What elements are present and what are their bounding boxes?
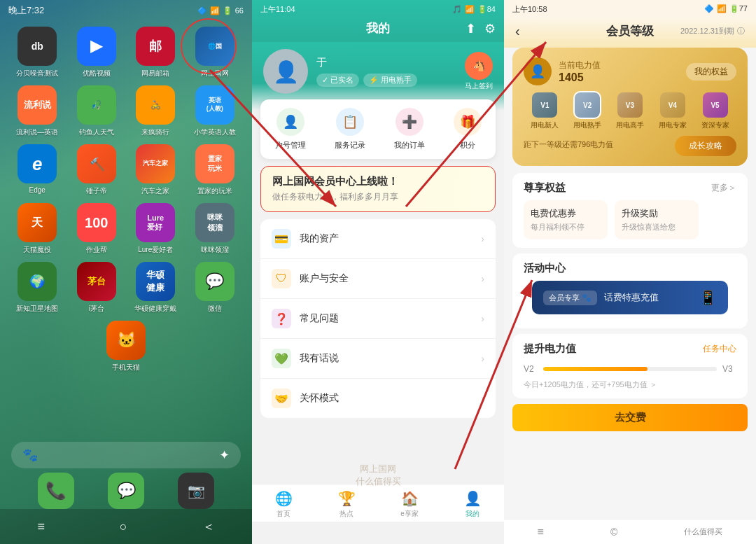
app-label-liulishuo: 流利说—英语 (16, 127, 58, 137)
s2-nav-account[interactable]: 👤 户号管理 (275, 108, 306, 151)
app-item-db[interactable]: db 分贝噪音测试 (11, 27, 64, 78)
s3-task-center-link[interactable]: 任务中心 (703, 343, 736, 355)
s3-membership-card: 👤 当前电力值 1405 我的权益 V1 用电新人 V2 用电熟手 V3 (512, 48, 748, 166)
s2-bot-home[interactable]: 🌐 首页 (252, 484, 315, 522)
s2-menu-care[interactable]: 🤝 关怀模式 › (260, 379, 496, 418)
nav-back-btn[interactable]: ＜ (202, 518, 215, 535)
s2-banner[interactable]: 网上国网会员中心上线啦！ 做任务获电力值，福利多多月月享 (260, 166, 496, 212)
s2-titlebar: 我的 ⬆ ⚙ (252, 18, 504, 42)
s3-pay-btn[interactable]: 去交费 (512, 404, 748, 431)
s3-header: ‹ 会员等级 2022.12.31到期 ⓘ (504, 18, 756, 48)
s3-power-section-title: 提升电力值 (524, 342, 576, 356)
app-label-db: 分贝噪音测试 (16, 69, 58, 78)
search-paw-icon: 🐾 (22, 447, 38, 463)
s3-progress-sub[interactable]: 今日+1205电力值，还可+795电力值 ＞ (524, 379, 736, 390)
s2-nav-points-label: 积分 (460, 140, 475, 151)
s3-benefit-upgrade[interactable]: 升级奖励 升级惊喜送给您 (615, 200, 699, 239)
s3-benefit-electricity[interactable]: 电费优惠券 每月福利领不停 (524, 200, 608, 239)
app-item-huashuo[interactable]: 华硕健康 华硕健康穿戴 (130, 262, 182, 314)
s2-menu-feedback-icon: 💚 (272, 349, 291, 368)
app-item-itai[interactable]: 茅台 i茅台 (71, 262, 123, 314)
app-label-tianmao: 手机天猫 (112, 363, 140, 372)
app-label-jize: 锤子帝 (86, 186, 107, 196)
s3-time: 上午10:58 (512, 4, 547, 15)
s3-badge-v4: V4 (660, 92, 685, 118)
s2-nav-points[interactable]: 🎁 积分 (454, 108, 482, 151)
app-item-zuoyeba[interactable]: 100 作业帮 (71, 203, 123, 255)
dock-camera[interactable]: 📷 (178, 473, 214, 509)
s3-rights-title: 尊享权益 (524, 181, 566, 195)
s3-my-rights-btn[interactable]: 我的权益 (686, 63, 736, 81)
app-item-beike[interactable]: 置家玩米 置家的玩米 (189, 144, 241, 196)
s3-activity-banner[interactable]: 会员专享 🐾 话费特惠充值 📱 (532, 281, 728, 314)
app-item-jize[interactable]: 🔨 锤子帝 (71, 144, 123, 196)
nav-home-btn[interactable]: ○ (120, 519, 127, 534)
s2-sign-btn[interactable]: 🐴 马上签到 (465, 52, 493, 91)
search-spark-icon: ✦ (219, 447, 230, 463)
nav-menu-btn[interactable]: ≡ (37, 519, 45, 534)
s2-menu-faq-text: 常见问题 (300, 312, 481, 325)
s2-menu-feedback-arrow: › (481, 353, 484, 364)
s2-banner-sub: 做任务获电力值，福利多多月月享 (272, 191, 484, 203)
s3-progress-fill (543, 367, 648, 371)
s2-menu: 💳 我的资产 › 🛡 账户与安全 › ❓ 常见问题 › 💚 我有话说 › 🤝 (260, 219, 496, 418)
s2-bot-hot[interactable]: 🏆 热点 (315, 484, 378, 522)
s2-bot-home2[interactable]: 🏠 e享家 (378, 484, 441, 522)
s2-banner-title: 网上国网会员中心上线啦！ (272, 175, 484, 188)
app-icon-tianmao: 🐱 (106, 321, 146, 360)
app-item-queya[interactable]: 咪咪领溜 咪咪领溜 (189, 203, 241, 255)
s2-bot-my[interactable]: 👤 我的 (441, 484, 504, 522)
s3-card-header: 👤 当前电力值 1405 我的权益 (524, 57, 736, 85)
s2-nav-service[interactable]: 📋 服务记录 (335, 108, 365, 151)
s2-menu-security[interactable]: 🛡 账户与安全 › (260, 259, 496, 299)
s3-next-level-row: 距下一等级还需796电力值 成长攻略 (524, 136, 736, 156)
s2-menu-assets[interactable]: 💳 我的资产 › (260, 219, 496, 259)
s3-level-v1: V1 用电新人 (531, 92, 559, 130)
app-item-diaoyutianqi[interactable]: 🎣 钓鱼人天气 (71, 85, 123, 137)
s3-badge-v2: V2 (575, 92, 600, 118)
app-item-lure[interactable]: Lure爱好 Lure爱好者 (130, 203, 182, 255)
s3-to-label: V3 (722, 364, 736, 374)
app-item-weixin[interactable]: 💬 微信 (189, 262, 241, 314)
s2-nav-account-icon: 👤 (276, 108, 304, 136)
s2-menu-faq[interactable]: ❓ 常见问题 › (260, 299, 496, 339)
s2-statusbar: 上午11:04 🎵 📶 🔋84 (252, 0, 504, 18)
s2-nav-service-label: 服务记录 (335, 140, 365, 151)
app-item-xiaoxue[interactable]: 英语(人教) 小学英语人教 (189, 85, 241, 137)
s3-card-avatar: 👤 (524, 57, 552, 85)
dock-wechat[interactable]: 💬 (108, 473, 144, 509)
app-item-xinzhiweixin[interactable]: 🌍 新知卫星地图 (11, 262, 64, 314)
status-bar-1: 晚上7:32 🔷 📶 🔋 66 (0, 0, 252, 20)
app-item-mail[interactable]: 邮 网易邮箱 (130, 27, 182, 78)
app-label-zuoyeba: 作业帮 (86, 245, 107, 255)
s2-avatar: 👤 (263, 49, 308, 94)
app-item-tianmao[interactable]: 🐱 手机天猫 (106, 321, 146, 372)
s2-nav-order[interactable]: ➕ 我的订单 (394, 108, 425, 151)
app-item-tianmaojingxuan[interactable]: 天 天猫魔投 (11, 203, 64, 255)
share-icon[interactable]: ⬆ (465, 21, 476, 36)
s2-nav-points-icon: 🎁 (454, 108, 482, 136)
s2-title: 我的 (366, 20, 390, 36)
app-icon-qichezijia: 汽车之家 (136, 144, 175, 183)
app-item-liulishuo[interactable]: 流利说 流利说—英语 (11, 85, 64, 137)
s3-grow-btn[interactable]: 成长攻略 (675, 136, 736, 156)
app-item-edge[interactable]: e Edge (11, 144, 64, 196)
settings-icon[interactable]: ⚙ (484, 21, 496, 36)
s3-navkey-menu[interactable]: ≡ (538, 526, 544, 538)
search-bar[interactable]: 🐾 ✦ (11, 442, 241, 468)
s3-rights-header: 尊享权益 更多＞ (512, 173, 748, 200)
app-label-edge: Edge (29, 186, 46, 194)
app-item-wsgw[interactable]: 🌐国 网上国网 (189, 27, 241, 78)
s3-rights-more[interactable]: 更多＞ (711, 182, 736, 194)
dock-phone[interactable]: 📞 (38, 473, 74, 509)
s3-back-btn[interactable]: ‹ (515, 23, 520, 39)
s3-levels: V1 用电新人 V2 用电熟手 V3 用电高手 V4 用电专家 V5 资深专 (524, 92, 736, 130)
app-icon-mail: 邮 (136, 27, 175, 66)
app-item-youku[interactable]: ▶ 优酷视频 (71, 27, 123, 78)
app-label-qichezijia: 汽车之家 (141, 186, 169, 196)
time-1: 晚上7:32 (8, 4, 44, 17)
app-item-qichezijia[interactable]: 汽车之家 汽车之家 (130, 144, 182, 196)
s2-menu-feedback[interactable]: 💚 我有话说 › (260, 339, 496, 379)
app-item-laiying[interactable]: 🚴 来疯骑行 (130, 85, 182, 137)
s3-benefit-electricity-desc: 每月福利领不停 (531, 222, 601, 232)
